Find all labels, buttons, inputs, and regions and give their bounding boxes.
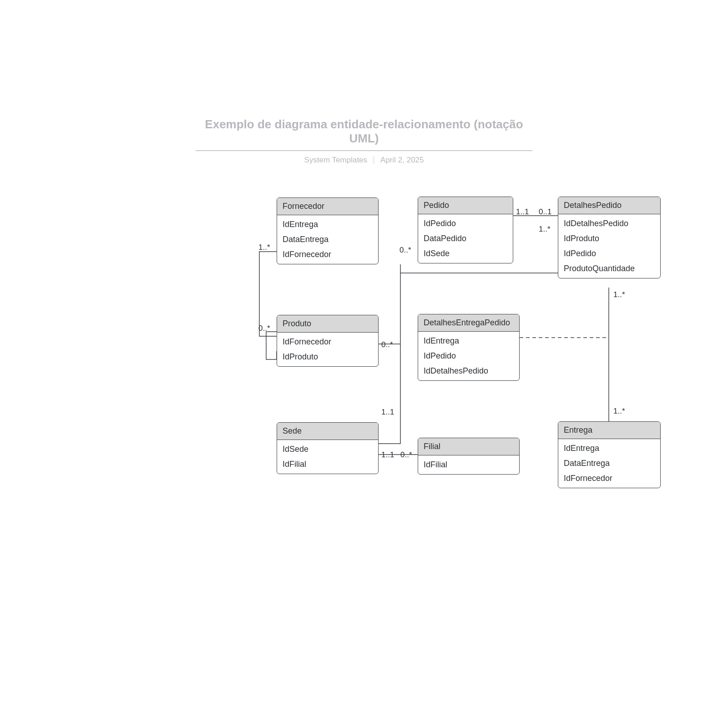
attr: IdPedido	[418, 349, 519, 364]
entity-attrs: IdFornecedor IdProduto	[277, 333, 378, 366]
attr: IdEntrega	[558, 441, 660, 456]
entity-title: Entrega	[558, 422, 660, 439]
attr: ProdutoQuantidade	[558, 261, 660, 276]
entity-entrega[interactable]: Entrega IdEntrega DataEntrega IdForneced…	[558, 421, 661, 488]
diagram-header: Exemplo de diagrama entidade-relacioname…	[196, 117, 532, 165]
attr: IdDetalhesPedido	[418, 364, 519, 379]
entity-filial[interactable]: Filial IdFilial	[418, 438, 520, 475]
entity-title: Produto	[277, 315, 378, 333]
multiplicity: 1..*	[258, 243, 270, 252]
multiplicity: 0..*	[258, 324, 270, 333]
entity-attrs: IdSede IdFilial	[277, 440, 378, 474]
entity-title: DetalhesEntregaPedido	[418, 314, 519, 332]
entity-attrs: IdEntrega IdPedido IdDetalhesPedido	[418, 332, 519, 380]
attr: IdFilial	[418, 457, 519, 472]
attr: IdEntrega	[418, 334, 519, 349]
entity-attrs: IdEntrega DataEntrega IdFornecedor	[558, 439, 660, 488]
attr: IdPedido	[418, 216, 513, 231]
entity-title: DetalhesPedido	[558, 197, 660, 214]
entity-attrs: IdPedido DataPedido IdSede	[418, 214, 513, 263]
subtitle-separator	[374, 157, 374, 164]
attr: IdFornecedor	[558, 471, 660, 486]
attr: IdFornecedor	[277, 247, 378, 262]
attr: DataPedido	[418, 231, 513, 246]
multiplicity: 1..1	[381, 408, 394, 417]
multiplicity: 1..1	[381, 450, 394, 460]
diagram-title: Exemplo de diagrama entidade-relacioname…	[196, 117, 532, 151]
entity-attrs: IdFilial	[418, 455, 519, 474]
attr: IdDetalhesPedido	[558, 216, 660, 231]
attr: IdFilial	[277, 457, 378, 472]
entity-detalhesentregapedido[interactable]: DetalhesEntregaPedido IdEntrega IdPedido…	[418, 314, 520, 381]
multiplicity: 0..*	[399, 246, 411, 255]
attr: IdPedido	[558, 246, 660, 261]
subtitle-date: April 2, 2025	[380, 156, 424, 165]
multiplicity: 1..1	[516, 207, 529, 217]
attr: DataEntrega	[277, 232, 378, 247]
subtitle-author: System Templates	[304, 156, 367, 165]
attr: IdProduto	[558, 231, 660, 246]
entity-attrs: IdEntrega DataEntrega IdFornecedor	[277, 215, 378, 264]
attr: IdSede	[277, 442, 378, 457]
entity-title: Filial	[418, 438, 519, 455]
entity-detalhespedido[interactable]: DetalhesPedido IdDetalhesPedido IdProdut…	[558, 197, 661, 278]
entity-produto[interactable]: Produto IdFornecedor IdProduto	[277, 315, 379, 367]
attr: IdSede	[418, 246, 513, 261]
multiplicity: 0..*	[400, 450, 412, 460]
attr: IdProduto	[277, 349, 378, 364]
entity-title: Sede	[277, 423, 378, 440]
attr: IdEntrega	[277, 217, 378, 232]
multiplicity: 1..*	[613, 290, 625, 299]
multiplicity: 1..*	[539, 225, 551, 234]
diagram-subtitle: System Templates April 2, 2025	[196, 156, 532, 165]
entity-sede[interactable]: Sede IdSede IdFilial	[277, 422, 379, 474]
entity-title: Pedido	[418, 197, 513, 214]
multiplicity: 1..*	[613, 407, 625, 416]
entity-title: Fornecedor	[277, 198, 378, 215]
attr: IdFornecedor	[277, 334, 378, 349]
multiplicity: 0..*	[381, 340, 393, 349]
multiplicity: 0..1	[539, 207, 551, 217]
entity-fornecedor[interactable]: Fornecedor IdEntrega DataEntrega IdForne…	[277, 197, 379, 264]
entity-attrs: IdDetalhesPedido IdProduto IdPedido Prod…	[558, 214, 660, 278]
entity-pedido[interactable]: Pedido IdPedido DataPedido IdSede	[418, 197, 513, 263]
attr: DataEntrega	[558, 456, 660, 471]
